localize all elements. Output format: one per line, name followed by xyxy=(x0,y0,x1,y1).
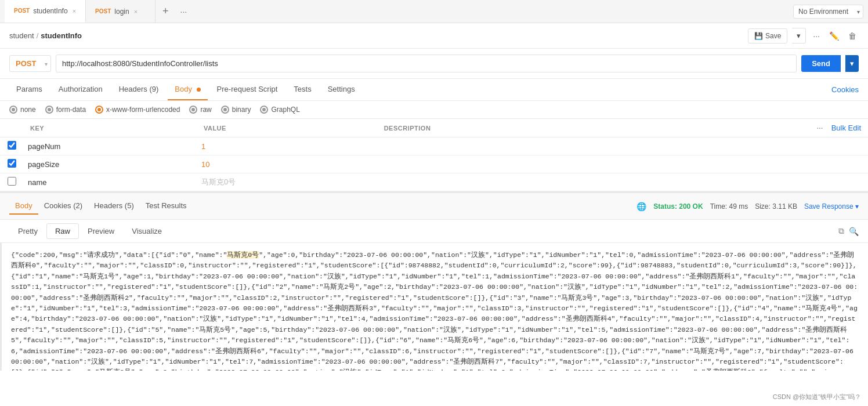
th-value: VALUE xyxy=(197,119,377,137)
binary-label: binary xyxy=(232,106,251,114)
tab-close-login[interactable]: × xyxy=(134,8,138,15)
breadcrumb-current: studentInfo xyxy=(41,31,82,40)
status-badge: Status: 200 OK xyxy=(653,202,703,211)
copy-icon[interactable]: ⧉ xyxy=(838,226,844,236)
response-meta: 🌐 Status: 200 OK Time: 49 ms Size: 3.11 … xyxy=(636,202,859,211)
tab-bar-right: No Environment xyxy=(793,5,863,19)
row2-key: pageSize xyxy=(23,155,197,173)
trash-icon[interactable]: 🗑 xyxy=(846,29,859,43)
method-select[interactable]: POST xyxy=(9,55,51,72)
radio-urlencoded xyxy=(95,106,103,114)
resp-body-tab-preview[interactable]: Preview xyxy=(79,223,123,239)
tab-headers[interactable]: Headers (9) xyxy=(112,79,166,100)
response-time: Time: 49 ms xyxy=(710,202,748,211)
save-response-button[interactable]: Save Response ▾ xyxy=(804,202,859,211)
row1-description xyxy=(377,137,628,155)
resp-tab-headers[interactable]: Headers (5) xyxy=(88,198,140,215)
resp-body-right: ⧉ 🔍 xyxy=(838,226,859,236)
tab-params[interactable]: Params xyxy=(9,79,49,100)
send-label: Send xyxy=(812,59,830,68)
save-button[interactable]: 💾 Save xyxy=(748,28,787,44)
tab-close-studentinfo[interactable]: × xyxy=(73,8,76,14)
tab-authorization-label: Authorization xyxy=(59,85,103,93)
tab-body[interactable]: Body xyxy=(168,79,207,100)
radio-binary xyxy=(221,106,229,114)
breadcrumb: student / studentInfo xyxy=(9,31,82,40)
send-dropdown-button[interactable]: ▾ xyxy=(845,55,859,72)
url-input[interactable] xyxy=(56,55,797,72)
tab-tests[interactable]: Tests xyxy=(287,79,318,100)
resp-tab-test-label: Test Results xyxy=(146,201,187,210)
row1-checkbox[interactable] xyxy=(8,141,16,150)
row2-description xyxy=(377,155,628,173)
tab-more-button[interactable]: ··· xyxy=(176,7,192,16)
tab-settings[interactable]: Settings xyxy=(321,79,362,100)
resp-body-tab-raw[interactable]: Raw xyxy=(46,223,79,239)
form-data-label: form-data xyxy=(56,106,86,114)
row3-value: 马斯克0号 xyxy=(197,173,377,191)
body-option-none[interactable]: none xyxy=(9,106,36,114)
preview-label: Preview xyxy=(88,227,114,235)
visualize-label: Visualize xyxy=(132,227,162,235)
tab-add-button[interactable]: + xyxy=(155,5,176,17)
resp-tab-headers-label: Headers (5) xyxy=(94,201,134,210)
response-header: Body Cookies (2) Headers (5) Test Result… xyxy=(0,191,868,220)
row2-value: 10 xyxy=(197,155,377,173)
tab-login[interactable]: POST login × xyxy=(86,0,155,23)
resp-body-tab-pretty[interactable]: Pretty xyxy=(9,223,46,239)
body-option-urlencoded[interactable]: x-www-form-urlencoded xyxy=(95,106,180,114)
tab-studentinfo[interactable]: POST studentInfo × xyxy=(5,0,86,23)
body-options: none form-data x-www-form-urlencoded raw… xyxy=(0,101,868,119)
tab-bar: POST studentInfo × POST login × + ··· No… xyxy=(0,0,868,23)
body-option-binary[interactable]: binary xyxy=(221,106,251,114)
save-label: Save xyxy=(765,32,781,40)
tab-headers-label: Headers (9) xyxy=(119,85,159,93)
edit-icon[interactable]: ✏️ xyxy=(827,29,841,43)
pretty-label: Pretty xyxy=(18,227,38,235)
header-more-icon[interactable]: ··· xyxy=(811,29,822,43)
radio-form-data xyxy=(45,106,53,114)
table-more-icon[interactable]: ··· xyxy=(817,125,823,132)
cookies-link[interactable]: Cookies xyxy=(831,85,859,94)
table-row: name 马斯克0号 xyxy=(0,173,868,191)
th-actions: ··· Bulk Edit xyxy=(628,119,868,137)
body-dot-indicator xyxy=(197,88,201,92)
tab-method-post-1: POST xyxy=(14,8,30,14)
save-response-label: Save Response xyxy=(804,202,853,211)
th-key: KEY xyxy=(23,119,197,137)
raw-label: Raw xyxy=(55,227,70,235)
environment-select[interactable]: No Environment xyxy=(793,5,863,19)
body-option-form-data[interactable]: form-data xyxy=(45,106,86,114)
resp-body-tabs: Pretty Raw Preview Visualize ⧉ 🔍 xyxy=(0,220,868,243)
search-icon[interactable]: 🔍 xyxy=(849,227,859,236)
graphql-label: GraphQL xyxy=(271,106,299,114)
resp-tab-body-label: Body xyxy=(15,201,32,210)
send-button[interactable]: Send xyxy=(801,55,841,72)
form-table: KEY VALUE DESCRIPTION ··· Bulk Edit page… xyxy=(0,119,868,191)
row1-value: 1 xyxy=(197,137,377,155)
save-dropdown-button[interactable]: ▾ xyxy=(792,28,806,44)
resp-body-tab-visualize[interactable]: Visualize xyxy=(123,223,171,239)
resp-tab-test-results[interactable]: Test Results xyxy=(140,198,193,215)
resp-tab-cookies-label: Cookies (2) xyxy=(44,201,82,210)
resp-tab-cookies[interactable]: Cookies (2) xyxy=(38,198,88,215)
row3-checkbox[interactable] xyxy=(8,177,16,186)
response-tabs: Body Cookies (2) Headers (5) Test Result… xyxy=(9,198,193,215)
breadcrumb-parent: student xyxy=(9,31,34,40)
bulk-edit-button[interactable]: Bulk Edit xyxy=(831,124,861,132)
radio-raw xyxy=(189,106,197,114)
tab-method-post-2: POST xyxy=(95,8,111,14)
body-option-raw[interactable]: raw xyxy=(189,106,211,114)
tab-pre-request[interactable]: Pre-request Script xyxy=(210,79,285,100)
row3-description xyxy=(377,173,628,191)
breadcrumb-separator: / xyxy=(37,31,39,40)
tab-authorization[interactable]: Authorization xyxy=(52,79,110,100)
table-row: pageNum 1 xyxy=(0,137,868,155)
body-option-graphql[interactable]: GraphQL xyxy=(260,106,299,114)
resp-tab-body[interactable]: Body xyxy=(9,198,38,215)
request-header: student / studentInfo 💾 Save ▾ ··· ✏️ 🗑 xyxy=(0,23,868,49)
urlencoded-label: x-www-form-urlencoded xyxy=(106,106,180,114)
row2-checkbox[interactable] xyxy=(8,159,16,168)
table-row: pageSize 10 xyxy=(0,155,868,173)
th-checkbox xyxy=(0,119,23,137)
